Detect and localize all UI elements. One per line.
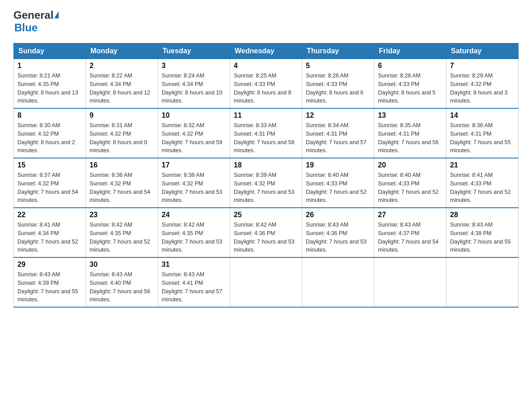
day-info: Sunrise: 8:43 AMSunset: 4:40 PMDaylight:… [90,270,154,304]
day-number: 9 [90,111,154,120]
calendar-cell [446,257,519,307]
calendar-cell: 23Sunrise: 8:42 AMSunset: 4:35 PMDayligh… [86,208,158,257]
week-row-4: 22Sunrise: 8:41 AMSunset: 4:34 PMDayligh… [14,208,519,257]
day-number: 29 [17,261,82,269]
page-header: General Blue [13,9,519,34]
day-info: Sunrise: 8:26 AMSunset: 4:33 PMDaylight:… [306,72,370,105]
header-tuesday: Tuesday [158,43,230,59]
calendar-cell: 25Sunrise: 8:42 AMSunset: 4:36 PMDayligh… [230,208,302,257]
day-number: 17 [162,161,226,169]
calendar-cell: 27Sunrise: 8:43 AMSunset: 4:37 PMDayligh… [374,208,446,257]
day-number: 7 [450,62,515,70]
day-number: 13 [378,111,442,120]
day-info: Sunrise: 8:43 AMSunset: 4:37 PMDaylight:… [378,221,442,254]
day-info: Sunrise: 8:30 AMSunset: 4:32 PMDaylight:… [17,121,82,155]
day-number: 27 [378,211,442,219]
day-number: 30 [90,261,154,269]
day-info: Sunrise: 8:41 AMSunset: 4:33 PMDaylight:… [450,171,515,205]
calendar-cell: 22Sunrise: 8:41 AMSunset: 4:34 PMDayligh… [14,208,86,257]
day-number: 2 [90,62,154,70]
calendar-cell: 13Sunrise: 8:35 AMSunset: 4:31 PMDayligh… [374,108,446,158]
calendar-cell: 29Sunrise: 8:43 AMSunset: 4:39 PMDayligh… [14,257,86,307]
logo-triangle-icon [54,11,59,18]
calendar-cell: 15Sunrise: 8:37 AMSunset: 4:32 PMDayligh… [14,158,86,208]
day-number: 12 [306,111,370,120]
calendar-cell: 8Sunrise: 8:30 AMSunset: 4:32 PMDaylight… [14,108,86,158]
day-number: 11 [234,111,298,120]
day-number: 15 [17,161,82,169]
day-number: 21 [450,161,515,169]
calendar-cell: 31Sunrise: 8:43 AMSunset: 4:41 PMDayligh… [158,257,230,307]
day-info: Sunrise: 8:38 AMSunset: 4:32 PMDaylight:… [162,171,226,205]
calendar-cell: 14Sunrise: 8:36 AMSunset: 4:31 PMDayligh… [446,108,519,158]
calendar-cell [230,257,302,307]
calendar-cell: 28Sunrise: 8:43 AMSunset: 4:38 PMDayligh… [446,208,519,257]
calendar-cell: 10Sunrise: 8:32 AMSunset: 4:32 PMDayligh… [158,108,230,158]
calendar-header-row: SundayMondayTuesdayWednesdayThursdayFrid… [14,43,519,59]
calendar-cell: 16Sunrise: 8:38 AMSunset: 4:32 PMDayligh… [86,158,158,208]
day-info: Sunrise: 8:21 AMSunset: 4:35 PMDaylight:… [17,72,82,105]
week-row-3: 15Sunrise: 8:37 AMSunset: 4:32 PMDayligh… [14,158,519,208]
day-info: Sunrise: 8:35 AMSunset: 4:31 PMDaylight:… [378,121,442,155]
calendar-cell: 21Sunrise: 8:41 AMSunset: 4:33 PMDayligh… [446,158,519,208]
day-number: 16 [90,161,154,169]
calendar-cell: 6Sunrise: 8:28 AMSunset: 4:33 PMDaylight… [374,59,446,109]
calendar-cell: 30Sunrise: 8:43 AMSunset: 4:40 PMDayligh… [86,257,158,307]
day-number: 20 [378,161,442,169]
day-info: Sunrise: 8:33 AMSunset: 4:31 PMDaylight:… [234,121,298,155]
day-info: Sunrise: 8:39 AMSunset: 4:32 PMDaylight:… [234,171,298,205]
logo: General Blue [13,9,59,34]
day-info: Sunrise: 8:41 AMSunset: 4:34 PMDaylight:… [17,221,82,254]
day-info: Sunrise: 8:24 AMSunset: 4:34 PMDaylight:… [162,72,226,105]
day-info: Sunrise: 8:36 AMSunset: 4:31 PMDaylight:… [450,121,515,155]
day-number: 31 [162,261,226,269]
logo-general-text: General [13,9,53,21]
calendar-cell: 11Sunrise: 8:33 AMSunset: 4:31 PMDayligh… [230,108,302,158]
day-info: Sunrise: 8:22 AMSunset: 4:34 PMDaylight:… [90,72,154,105]
week-row-1: 1Sunrise: 8:21 AMSunset: 4:35 PMDaylight… [14,59,519,109]
day-info: Sunrise: 8:25 AMSunset: 4:33 PMDaylight:… [234,72,298,105]
day-number: 8 [17,111,82,120]
day-number: 22 [17,211,82,219]
week-row-2: 8Sunrise: 8:30 AMSunset: 4:32 PMDaylight… [14,108,519,158]
day-info: Sunrise: 8:40 AMSunset: 4:33 PMDaylight:… [306,171,370,205]
day-info: Sunrise: 8:43 AMSunset: 4:41 PMDaylight:… [162,270,226,304]
day-info: Sunrise: 8:42 AMSunset: 4:36 PMDaylight:… [234,221,298,254]
day-number: 4 [234,62,298,70]
calendar-cell [302,257,374,307]
logo-blue-text: Blue [14,21,59,34]
header-sunday: Sunday [14,43,86,59]
day-info: Sunrise: 8:31 AMSunset: 4:32 PMDaylight:… [90,121,154,155]
day-info: Sunrise: 8:43 AMSunset: 4:36 PMDaylight:… [306,221,370,254]
calendar-table: SundayMondayTuesdayWednesdayThursdayFrid… [13,43,519,308]
header-wednesday: Wednesday [230,43,302,59]
header-friday: Friday [374,43,446,59]
calendar-cell: 9Sunrise: 8:31 AMSunset: 4:32 PMDaylight… [86,108,158,158]
day-number: 1 [17,62,82,70]
calendar-cell [374,257,446,307]
day-number: 3 [162,62,226,70]
day-info: Sunrise: 8:42 AMSunset: 4:35 PMDaylight:… [90,221,154,254]
calendar-cell: 26Sunrise: 8:43 AMSunset: 4:36 PMDayligh… [302,208,374,257]
day-number: 10 [162,111,226,120]
calendar-cell: 24Sunrise: 8:42 AMSunset: 4:35 PMDayligh… [158,208,230,257]
day-info: Sunrise: 8:29 AMSunset: 4:32 PMDaylight:… [450,72,515,105]
calendar-cell: 17Sunrise: 8:38 AMSunset: 4:32 PMDayligh… [158,158,230,208]
day-number: 28 [450,211,515,219]
calendar-cell: 7Sunrise: 8:29 AMSunset: 4:32 PMDaylight… [446,59,519,109]
calendar-cell: 19Sunrise: 8:40 AMSunset: 4:33 PMDayligh… [302,158,374,208]
day-info: Sunrise: 8:37 AMSunset: 4:32 PMDaylight:… [17,171,82,205]
calendar-cell: 3Sunrise: 8:24 AMSunset: 4:34 PMDaylight… [158,59,230,109]
day-number: 23 [90,211,154,219]
day-info: Sunrise: 8:43 AMSunset: 4:39 PMDaylight:… [17,270,82,304]
day-number: 26 [306,211,370,219]
header-monday: Monday [86,43,158,59]
day-number: 5 [306,62,370,70]
day-number: 14 [450,111,515,120]
header-saturday: Saturday [446,43,519,59]
day-info: Sunrise: 8:28 AMSunset: 4:33 PMDaylight:… [378,72,442,105]
calendar-cell: 18Sunrise: 8:39 AMSunset: 4:32 PMDayligh… [230,158,302,208]
day-info: Sunrise: 8:32 AMSunset: 4:32 PMDaylight:… [162,121,226,155]
day-info: Sunrise: 8:43 AMSunset: 4:38 PMDaylight:… [450,221,515,254]
calendar-cell: 1Sunrise: 8:21 AMSunset: 4:35 PMDaylight… [14,59,86,109]
